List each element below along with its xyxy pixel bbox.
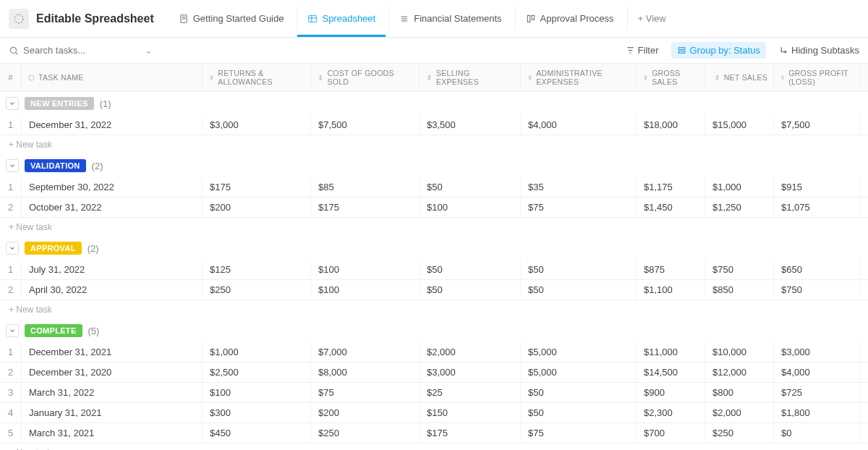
search-box[interactable]: ⌄: [9, 45, 158, 56]
cell-cogs[interactable]: $250: [311, 423, 420, 443]
group-by-button[interactable]: Group by: Status: [671, 42, 766, 59]
table-row[interactable]: 1 December 31, 2021 $1,000 $7,000 $2,000…: [0, 342, 868, 362]
cell-returns[interactable]: $2,500: [203, 362, 311, 382]
cell-gross-sales[interactable]: $900: [637, 383, 705, 402]
cell-admin[interactable]: $50: [521, 280, 637, 300]
cell-selling[interactable]: $50: [420, 260, 521, 279]
cell-cogs[interactable]: $8,000: [311, 362, 420, 382]
cell-cogs[interactable]: $100: [311, 280, 420, 300]
group-header[interactable]: NEW ENTRIES (1): [0, 92, 868, 115]
col-index[interactable]: #: [0, 64, 22, 91]
cell-task[interactable]: April 30, 2022: [22, 280, 203, 300]
table-row[interactable]: 5 March 31, 2021 $450 $250 $175 $75 $700…: [0, 423, 868, 443]
cell-returns[interactable]: $300: [203, 403, 311, 423]
collapse-toggle[interactable]: [6, 242, 19, 255]
chevron-down-icon[interactable]: ⌄: [145, 45, 153, 56]
cell-net-sales[interactable]: $250: [705, 423, 774, 443]
col-selling[interactable]: SELLING EXPENSES: [420, 64, 521, 91]
cell-net-sales[interactable]: $750: [705, 260, 774, 279]
new-task-button[interactable]: + New task: [0, 135, 868, 154]
cell-gross-profit[interactable]: $915: [774, 177, 861, 197]
table-row[interactable]: 2 October 31, 2022 $200 $175 $100 $75 $1…: [0, 198, 868, 218]
cell-gross-sales[interactable]: $1,100: [637, 280, 705, 300]
cell-net-sales[interactable]: $15,000: [705, 115, 774, 135]
new-task-button[interactable]: + New task: [0, 443, 868, 450]
cell-cogs[interactable]: $200: [311, 403, 420, 423]
cell-cogs[interactable]: $85: [311, 177, 420, 197]
col-cogs[interactable]: COST OF GOODS SOLD: [311, 64, 420, 91]
cell-gross-sales[interactable]: $11,000: [637, 342, 705, 362]
collapse-toggle[interactable]: [6, 97, 19, 110]
table-row[interactable]: 4 January 31, 2021 $300 $200 $150 $50 $2…: [0, 403, 868, 423]
table-row[interactable]: 3 March 31, 2022 $100 $75 $25 $50 $900 $…: [0, 383, 868, 403]
cell-returns[interactable]: $1,000: [203, 342, 311, 362]
cell-admin[interactable]: $5,000: [521, 342, 637, 362]
cell-gross-sales[interactable]: $1,450: [637, 198, 705, 217]
cell-returns[interactable]: $250: [203, 280, 311, 300]
cell-returns[interactable]: $125: [203, 260, 311, 279]
cell-task[interactable]: December 31, 2021: [22, 342, 203, 362]
col-gross-profit[interactable]: GROSS PROFIT (LOSS): [774, 64, 861, 91]
new-task-button[interactable]: + New task: [0, 218, 868, 237]
col-taskname[interactable]: TASK NAME: [22, 64, 203, 91]
cell-net-sales[interactable]: $850: [705, 280, 774, 300]
cell-cogs[interactable]: $100: [311, 260, 420, 279]
col-net-sales[interactable]: NET SALES: [705, 64, 774, 91]
table-row[interactable]: 1 September 30, 2022 $175 $85 $50 $35 $1…: [0, 177, 868, 198]
cell-gross-profit[interactable]: $4,000: [774, 362, 861, 382]
tab-approval-process[interactable]: Approval Process: [515, 6, 624, 31]
cell-admin[interactable]: $5,000: [521, 362, 637, 382]
cell-selling[interactable]: $2,000: [420, 342, 521, 362]
cell-selling[interactable]: $25: [420, 383, 521, 402]
cell-cogs[interactable]: $75: [311, 383, 420, 402]
cell-gross-profit[interactable]: $0: [774, 423, 861, 443]
cell-net-sales[interactable]: $12,000: [705, 362, 774, 382]
cell-selling[interactable]: $3,000: [420, 362, 521, 382]
cell-cogs[interactable]: $7,500: [311, 115, 420, 135]
cell-task[interactable]: December 31, 2022: [22, 115, 203, 135]
cell-gross-sales[interactable]: $14,500: [637, 362, 705, 382]
cell-task[interactable]: March 31, 2022: [22, 383, 203, 402]
cell-gross-profit[interactable]: $725: [774, 383, 861, 402]
cell-cogs[interactable]: $175: [311, 198, 420, 217]
collapse-toggle[interactable]: [6, 159, 19, 172]
cell-admin[interactable]: $50: [521, 403, 637, 423]
group-header[interactable]: VALIDATION (2): [0, 154, 868, 177]
cell-net-sales[interactable]: $1,250: [705, 198, 774, 217]
new-task-button[interactable]: + New task: [0, 300, 868, 319]
collapse-toggle[interactable]: [6, 324, 19, 337]
cell-gross-profit[interactable]: $7,500: [774, 115, 861, 135]
table-row[interactable]: 2 April 30, 2022 $250 $100 $50 $50 $1,10…: [0, 280, 868, 300]
cell-net-sales[interactable]: $800: [705, 383, 774, 402]
tab-financial-statements[interactable]: Financial Statements: [388, 6, 511, 31]
cell-returns[interactable]: $450: [203, 423, 311, 443]
group-header[interactable]: COMPLETE (5): [0, 319, 868, 342]
col-admin[interactable]: ADMINISTRATIVE EXPENSES: [521, 64, 637, 91]
search-input[interactable]: [23, 45, 145, 56]
cell-gross-sales[interactable]: $1,175: [637, 177, 705, 197]
cell-selling[interactable]: $50: [420, 177, 521, 197]
cell-selling[interactable]: $50: [420, 280, 521, 300]
cell-gross-profit[interactable]: $3,000: [774, 342, 861, 362]
group-header[interactable]: APPROVAL (2): [0, 237, 868, 260]
cell-net-sales[interactable]: $10,000: [705, 342, 774, 362]
cell-returns[interactable]: $100: [203, 383, 311, 402]
table-row[interactable]: 1 July 31, 2022 $125 $100 $50 $50 $875 $…: [0, 260, 868, 280]
table-row[interactable]: 2 December 31, 2020 $2,500 $8,000 $3,000…: [0, 362, 868, 383]
cell-selling[interactable]: $150: [420, 403, 521, 423]
tab-getting-started[interactable]: Getting Started Guide: [169, 6, 294, 31]
cell-gross-profit[interactable]: $650: [774, 260, 861, 279]
cell-task[interactable]: January 31, 2021: [22, 403, 203, 423]
tab-spreadsheet[interactable]: Spreadsheet: [297, 6, 386, 31]
table-row[interactable]: 1 December 31, 2022 $3,000 $7,500 $3,500…: [0, 115, 868, 135]
add-view-button[interactable]: + View: [627, 6, 676, 31]
hiding-subtasks-button[interactable]: Hiding Subtasks: [779, 45, 859, 56]
cell-selling[interactable]: $3,500: [420, 115, 521, 135]
cell-task[interactable]: July 31, 2022: [22, 260, 203, 279]
cell-returns[interactable]: $3,000: [203, 115, 311, 135]
cell-admin[interactable]: $75: [521, 423, 637, 443]
col-returns[interactable]: RETURNS & ALLOWANCES: [203, 64, 311, 91]
cell-admin[interactable]: $75: [521, 198, 637, 217]
cell-gross-sales[interactable]: $18,000: [637, 115, 705, 135]
cell-gross-sales[interactable]: $2,300: [637, 403, 705, 423]
